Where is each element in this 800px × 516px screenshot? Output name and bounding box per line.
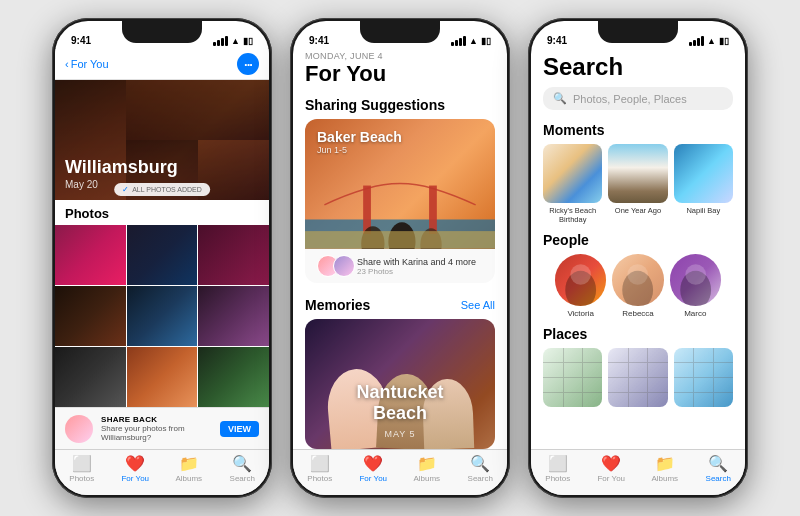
- photos-tab-icon: ⬜: [72, 456, 92, 472]
- for-you-tab-icon-2: ❤️: [363, 456, 383, 472]
- tab-search-1[interactable]: 🔍 Search: [216, 456, 270, 483]
- for-you-tab-icon: ❤️: [125, 456, 145, 472]
- grid-item-3[interactable]: [198, 225, 269, 285]
- tab-photos-label: Photos: [69, 474, 94, 483]
- person-rebecca[interactable]: Rebecca: [612, 254, 663, 317]
- tab-albums-label-2: Albums: [413, 474, 440, 483]
- tab-photos-2[interactable]: ⬜ Photos: [293, 456, 347, 483]
- albums-tab-icon-3: 📁: [655, 456, 675, 472]
- photo-count: 23 Photos: [357, 267, 476, 276]
- p3-header: Search: [531, 49, 745, 87]
- phone-2: 9:41 ▲ ▮▯ MONDAY, JUNE 4 For You Sharing…: [290, 18, 510, 498]
- baker-beach-img: Baker Beach Jun 1-5: [305, 119, 495, 249]
- battery-icon-1: ▮▯: [243, 36, 253, 46]
- battery-icon-3: ▮▯: [719, 36, 729, 46]
- marco-face: [670, 254, 721, 305]
- tab-bar-3: ⬜ Photos ❤️ For You 📁 Albums 🔍 Search: [531, 449, 745, 495]
- tab-photos-3[interactable]: ⬜ Photos: [531, 456, 585, 483]
- people-row: Victoria Rebecca: [543, 254, 733, 317]
- svg-point-12: [685, 265, 706, 286]
- grid-item-7[interactable]: [55, 347, 126, 407]
- signal-icon-3: [689, 36, 704, 46]
- tab-albums-1[interactable]: 📁 Albums: [162, 456, 216, 483]
- phone-3: 9:41 ▲ ▮▯ Search 🔍 Photos, People, Place…: [528, 18, 748, 498]
- tab-for-you-1[interactable]: ❤️ For You: [109, 456, 163, 483]
- tab-bar-2: ⬜ Photos ❤️ For You 📁 Albums 🔍 Search: [293, 449, 507, 495]
- sharing-card[interactable]: Baker Beach Jun 1-5 Share with Karina an…: [305, 119, 495, 283]
- wifi-icon-2: ▲: [469, 36, 478, 46]
- person-marco[interactable]: Marco: [670, 254, 721, 317]
- place-1[interactable]: [543, 348, 602, 407]
- memory-title: NantucketBeach: [305, 382, 495, 425]
- check-icon: ✓: [122, 185, 129, 194]
- rebecca-face: [612, 254, 663, 305]
- moments-title: Moments: [543, 122, 733, 138]
- tab-for-you-2[interactable]: ❤️ For You: [347, 456, 401, 483]
- grid-item-8[interactable]: [127, 347, 198, 407]
- victoria-name: Victoria: [567, 309, 594, 318]
- tab-search-3[interactable]: 🔍 Search: [692, 456, 746, 483]
- chevron-left-icon: ‹: [65, 58, 69, 70]
- grid-item-6[interactable]: [198, 286, 269, 346]
- view-button[interactable]: VIEW: [220, 421, 259, 437]
- grid-item-2[interactable]: [127, 225, 198, 285]
- grid-item-4[interactable]: [55, 286, 126, 346]
- screen-1: ‹ For You ··· Williamsburg May 20: [55, 49, 269, 495]
- banner-avatar: [65, 415, 93, 443]
- p1-back-button[interactable]: ‹ For You: [65, 58, 109, 70]
- p1-more-button[interactable]: ···: [237, 53, 259, 75]
- banner-subtitle: Share your photos from Williamsburg?: [101, 424, 212, 442]
- p1-header: ‹ For You ···: [55, 49, 269, 80]
- notch-1: [122, 21, 202, 43]
- tab-albums-3[interactable]: 📁 Albums: [638, 456, 692, 483]
- rebecca-name: Rebecca: [622, 309, 654, 318]
- one-year-ago-img: [608, 144, 667, 203]
- banner-text: SHARE BACK Share your photos from Willia…: [101, 415, 212, 442]
- beach-birthday-img: [543, 144, 602, 203]
- beach-birthday-label: Ricky's Beach Birthday: [543, 206, 602, 224]
- memory-date: MAY 5: [305, 429, 495, 439]
- moment-1[interactable]: Ricky's Beach Birthday: [543, 144, 602, 224]
- people-title: People: [543, 232, 733, 248]
- tab-albums-2[interactable]: 📁 Albums: [400, 456, 454, 483]
- tab-for-you-3[interactable]: ❤️ For You: [585, 456, 639, 483]
- map-grid-3: [674, 348, 733, 407]
- napili-bay-img: [674, 144, 733, 203]
- avatar-other: [333, 255, 355, 277]
- tab-photos-1[interactable]: ⬜ Photos: [55, 456, 109, 483]
- nantucket-memory-card[interactable]: NantucketBeach MAY 5: [305, 319, 495, 449]
- tab-bar-1: ⬜ Photos ❤️ For You 📁 Albums 🔍 Search: [55, 449, 269, 495]
- time-1: 9:41: [71, 35, 91, 46]
- tab-search-label: Search: [230, 474, 255, 483]
- tab-for-you-label-2: For You: [359, 474, 387, 483]
- p2-header: MONDAY, JUNE 4 For You: [293, 49, 507, 93]
- tab-photos-label-2: Photos: [307, 474, 332, 483]
- place-map-3: [674, 348, 733, 407]
- search-bar[interactable]: 🔍 Photos, People, Places: [543, 87, 733, 110]
- moment-2[interactable]: One Year Ago: [608, 144, 667, 224]
- grid-item-5[interactable]: [127, 286, 198, 346]
- added-badge: ✓ ALL PHOTOS ADDED: [114, 183, 210, 196]
- marco-img: [670, 254, 721, 305]
- see-all-button[interactable]: See All: [461, 299, 495, 311]
- person-victoria[interactable]: Victoria: [555, 254, 606, 317]
- grid-item-9[interactable]: [198, 347, 269, 407]
- marco-name: Marco: [684, 309, 706, 318]
- people-section: People Victoria: [531, 228, 745, 321]
- search-tab-icon-3: 🔍: [708, 456, 728, 472]
- search-icon: 🔍: [553, 92, 567, 105]
- status-icons-3: ▲ ▮▯: [689, 36, 729, 46]
- share-banner: SHARE BACK Share your photos from Willia…: [55, 407, 269, 449]
- place-2[interactable]: [608, 348, 667, 407]
- tab-albums-label-3: Albums: [651, 474, 678, 483]
- tab-search-2[interactable]: 🔍 Search: [454, 456, 508, 483]
- tab-for-you-label-3: For You: [597, 474, 625, 483]
- search-tab-icon: 🔍: [232, 456, 252, 472]
- search-title: Search: [543, 53, 733, 81]
- place-3[interactable]: [674, 348, 733, 407]
- moment-3[interactable]: Napili Bay: [674, 144, 733, 224]
- grid-item-1[interactable]: [55, 225, 126, 285]
- memories-header: Memories See All: [293, 291, 507, 319]
- bridge-svg: [305, 171, 495, 249]
- tab-albums-label: Albums: [175, 474, 202, 483]
